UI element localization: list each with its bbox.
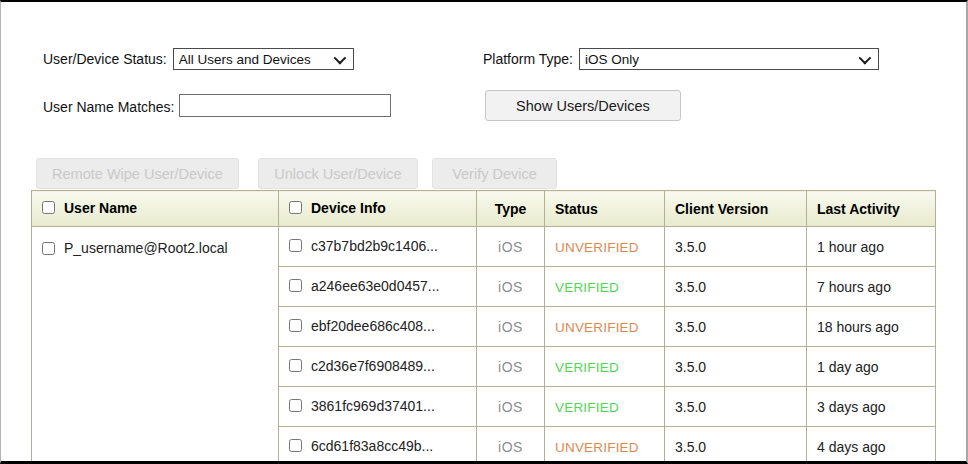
window-frame: User/Device Status: All Users and Device… xyxy=(0,0,968,464)
chevron-down-icon xyxy=(333,51,346,64)
device-checkbox[interactable] xyxy=(289,439,302,452)
device-info-cell: c2d36e7f6908489... xyxy=(279,347,477,387)
show-users-devices-button[interactable]: Show Users/Devices xyxy=(485,90,681,121)
device-id: a246ee63e0d0457... xyxy=(311,278,439,294)
select-all-devices-checkbox[interactable] xyxy=(289,201,302,214)
device-info-cell: ebf20dee686c408... xyxy=(279,307,477,347)
devices-table: User Name Device Info Type Status Client… xyxy=(31,190,936,464)
device-id: c2d36e7f6908489... xyxy=(311,358,435,374)
header-device-info-label: Device Info xyxy=(311,200,386,216)
ios-icon: iOS xyxy=(498,359,523,375)
device-id: 6cd61f83a8cc49b... xyxy=(311,438,433,454)
client-version-cell: 3.5.0 xyxy=(665,427,807,464)
client-version-cell: 3.5.0 xyxy=(665,227,807,267)
header-status: Status xyxy=(545,191,665,227)
user-checkbox[interactable] xyxy=(42,242,55,255)
platform-filter-group: Platform Type: iOS Only xyxy=(483,48,879,70)
header-user-name-label: User Name xyxy=(64,200,137,216)
platform-type-select[interactable]: iOS Only xyxy=(579,48,879,70)
device-id: c37b7bd2b9c1406... xyxy=(311,238,438,254)
table-row: P_username@Root2.local c37b7bd2b9c1406..… xyxy=(32,227,936,267)
type-cell: iOS xyxy=(477,347,545,387)
header-last-activity: Last Activity xyxy=(807,191,936,227)
last-activity-cell: 1 hour ago xyxy=(807,227,936,267)
client-version-cell: 3.5.0 xyxy=(665,347,807,387)
type-cell: iOS xyxy=(477,307,545,347)
status-badge: UNVERIFIED xyxy=(555,440,639,455)
status-cell: VERIFIED xyxy=(545,387,665,427)
platform-filter-label: Platform Type: xyxy=(483,51,573,67)
header-client-version: Client Version xyxy=(665,191,807,227)
device-checkbox[interactable] xyxy=(289,359,302,372)
type-cell: iOS xyxy=(477,387,545,427)
client-version-cell: 3.5.0 xyxy=(665,307,807,347)
select-all-users-checkbox[interactable] xyxy=(42,201,55,214)
status-filter-label: User/Device Status: xyxy=(43,51,167,67)
ios-icon: iOS xyxy=(498,279,523,295)
chevron-down-icon xyxy=(859,51,872,64)
last-activity-cell: 4 days ago xyxy=(807,427,936,464)
username-filter-label: User Name Matches: xyxy=(43,99,174,115)
status-badge: VERIFIED xyxy=(555,360,619,375)
user-name-cell: P_username@Root2.local xyxy=(32,227,279,464)
device-info-cell: c37b7bd2b9c1406... xyxy=(279,227,477,267)
status-badge: VERIFIED xyxy=(555,280,619,295)
device-checkbox[interactable] xyxy=(289,319,302,332)
unlock-button[interactable]: Unlock User/Device xyxy=(258,158,418,189)
device-info-cell: 3861fc969d37401... xyxy=(279,387,477,427)
type-cell: iOS xyxy=(477,227,545,267)
status-cell: UNVERIFIED xyxy=(545,307,665,347)
table-header-row: User Name Device Info Type Status Client… xyxy=(32,191,936,227)
remote-wipe-button[interactable]: Remote Wipe User/Device xyxy=(36,158,239,189)
status-badge: VERIFIED xyxy=(555,400,619,415)
ios-icon: iOS xyxy=(498,399,523,415)
type-cell: iOS xyxy=(477,267,545,307)
header-user-name: User Name xyxy=(32,191,279,227)
device-checkbox[interactable] xyxy=(289,279,302,292)
last-activity-cell: 3 days ago xyxy=(807,387,936,427)
ios-icon: iOS xyxy=(498,319,523,335)
user-name: P_username@Root2.local xyxy=(64,240,228,256)
status-filter-group: User/Device Status: All Users and Device… xyxy=(43,48,354,70)
header-type: Type xyxy=(477,191,545,227)
device-id: ebf20dee686c408... xyxy=(311,318,435,334)
type-cell: iOS xyxy=(477,427,545,464)
status-cell: UNVERIFIED xyxy=(545,427,665,464)
ios-icon: iOS xyxy=(498,439,523,455)
last-activity-cell: 18 hours ago xyxy=(807,307,936,347)
user-device-status-select[interactable]: All Users and Devices xyxy=(173,48,354,70)
status-cell: UNVERIFIED xyxy=(545,227,665,267)
device-id: 3861fc969d37401... xyxy=(311,398,435,414)
device-info-cell: a246ee63e0d0457... xyxy=(279,267,477,307)
header-device-info: Device Info xyxy=(279,191,477,227)
client-version-cell: 3.5.0 xyxy=(665,387,807,427)
status-selected-value: All Users and Devices xyxy=(179,52,311,67)
verify-device-button[interactable]: Verify Device xyxy=(432,158,557,189)
status-cell: VERIFIED xyxy=(545,267,665,307)
last-activity-cell: 7 hours ago xyxy=(807,267,936,307)
device-checkbox[interactable] xyxy=(289,239,302,252)
last-activity-cell: 1 day ago xyxy=(807,347,936,387)
username-filter-input[interactable] xyxy=(179,94,391,117)
status-badge: UNVERIFIED xyxy=(555,320,639,335)
platform-selected-value: iOS Only xyxy=(585,52,639,67)
ios-icon: iOS xyxy=(498,239,523,255)
device-info-cell: 6cd61f83a8cc49b... xyxy=(279,427,477,464)
status-cell: VERIFIED xyxy=(545,347,665,387)
username-filter-group: User Name Matches: xyxy=(43,98,174,116)
status-badge: UNVERIFIED xyxy=(555,240,639,255)
device-checkbox[interactable] xyxy=(289,399,302,412)
client-version-cell: 3.5.0 xyxy=(665,267,807,307)
